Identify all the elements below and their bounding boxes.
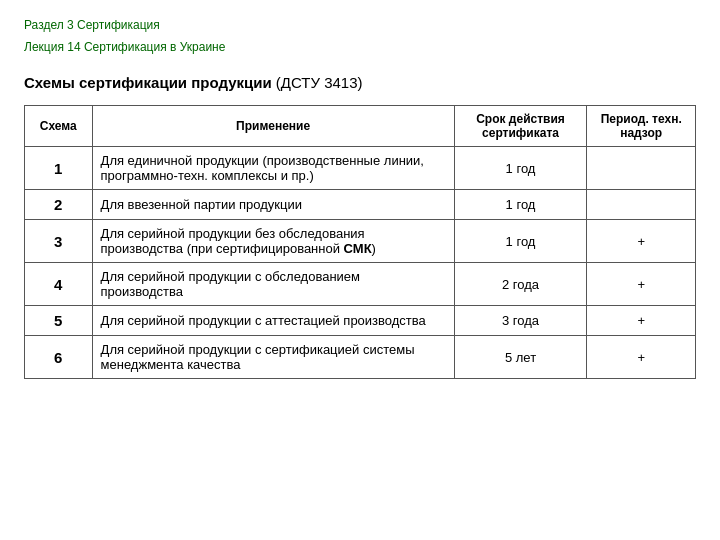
- cell-apply-1: Для единичной продукции (производственны…: [92, 147, 454, 190]
- cell-schema-5: 5: [25, 306, 93, 336]
- cell-term-4: 2 года: [454, 263, 587, 306]
- cell-term-6: 5 лет: [454, 336, 587, 379]
- breadcrumb-line2: Лекция 14 Сертификация в Украине: [24, 38, 696, 56]
- page-title: Схемы сертификации продукции (ДСТУ 3413): [24, 74, 696, 91]
- cell-schema-3: 3: [25, 220, 93, 263]
- table-row: 1Для единичной продукции (производственн…: [25, 147, 696, 190]
- cell-period-2: [587, 190, 696, 220]
- cell-schema-2: 2: [25, 190, 93, 220]
- table-row: 2Для ввезенной партии продукции1 год: [25, 190, 696, 220]
- cell-period-1: [587, 147, 696, 190]
- cell-term-2: 1 год: [454, 190, 587, 220]
- cell-period-4: +: [587, 263, 696, 306]
- page-title-bold: Схемы сертификации продукции: [24, 74, 272, 91]
- table-row: 6Для серийной продукции с сертификацией …: [25, 336, 696, 379]
- certification-table: Схема Применение Срок действия сертифика…: [24, 105, 696, 379]
- table-row: 5Для серийной продукции с аттестацией пр…: [25, 306, 696, 336]
- header-term: Срок действия сертификата: [454, 106, 587, 147]
- cell-schema-4: 4: [25, 263, 93, 306]
- cell-apply-2: Для ввезенной партии продукции: [92, 190, 454, 220]
- cell-schema-1: 1: [25, 147, 93, 190]
- cell-apply-3: Для серийной продукции без обследования …: [92, 220, 454, 263]
- cell-period-5: +: [587, 306, 696, 336]
- table-row: 3Для серийной продукции без обследования…: [25, 220, 696, 263]
- cell-schema-6: 6: [25, 336, 93, 379]
- breadcrumb-line1: Раздел 3 Сертификация: [24, 16, 696, 34]
- cell-term-1: 1 год: [454, 147, 587, 190]
- cell-apply-4: Для серийной продукции с обследованием п…: [92, 263, 454, 306]
- header-period: Период. техн. надзор: [587, 106, 696, 147]
- cell-term-3: 1 год: [454, 220, 587, 263]
- cell-term-5: 3 года: [454, 306, 587, 336]
- cell-period-6: +: [587, 336, 696, 379]
- header-schema: Схема: [25, 106, 93, 147]
- header-apply: Применение: [92, 106, 454, 147]
- cell-apply-6: Для серийной продукции с сертификацией с…: [92, 336, 454, 379]
- breadcrumb: Раздел 3 Сертификация Лекция 14 Сертифик…: [24, 16, 696, 56]
- cell-period-3: +: [587, 220, 696, 263]
- cell-apply-5: Для серийной продукции с аттестацией про…: [92, 306, 454, 336]
- table-row: 4Для серийной продукции с обследованием …: [25, 263, 696, 306]
- page-title-normal: (ДСТУ 3413): [272, 74, 363, 91]
